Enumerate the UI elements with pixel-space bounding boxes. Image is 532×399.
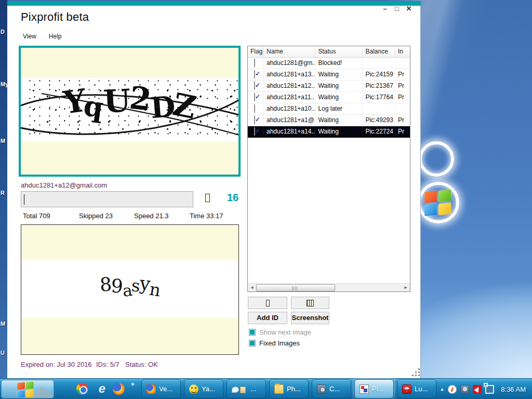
current-account-label: ahduc1281+a12@gmail.com [21,181,107,189]
ids-count-label: IDs: 5/7 [96,361,119,368]
desktop-icon-label[interactable]: M [1,138,7,144]
col-name[interactable]: Name [264,46,315,57]
row-checkbox[interactable] [254,104,255,113]
glyph-box-icon [266,300,270,307]
col-balance[interactable]: Balance [363,46,395,57]
chat-window-icons [232,385,247,393]
text-caret [24,194,24,205]
row-checkbox[interactable] [254,70,255,78]
desktop-icon-label[interactable]: M [1,321,7,327]
table-row[interactable]: ahduc1281+a14... Waiting Pic:22724 Pr [248,126,410,138]
firefox-icon [147,384,156,394]
camera-icon [317,384,326,394]
accounts-table: Flag Name Status Balance In ahduc1281@gm… [247,46,410,292]
taskbar-button-pixprofit[interactable]: Pi... [354,379,394,398]
menubar: View Help [23,33,61,40]
taskbar-button-ya[interactable]: Ya... [184,379,223,398]
taskbar-button-c[interactable]: C... [312,379,351,398]
menu-help[interactable]: Help [49,33,62,40]
system-tray: ▲ 8:36 AM [440,379,532,399]
add-id-button[interactable]: Add ID [248,312,287,324]
table-row[interactable]: ahduc1281@gm... Blocked! [248,58,410,69]
row-checkbox[interactable] [254,82,255,90]
captcha-answer-input[interactable] [21,191,193,207]
desktop-icon-label[interactable]: My [1,81,7,87]
page-title: Pixprofit beta [21,10,89,24]
captcha-text-main: YqU2DZ [20,79,239,122]
col-status[interactable]: Status [315,46,363,57]
row-checkbox[interactable] [254,59,255,67]
row-checkbox[interactable] [254,127,255,136]
table-row[interactable]: ahduc1281+a11... Waiting Pic:17764 Pr [248,92,410,103]
col-extra[interactable]: In [395,46,410,57]
tray-collapse-icon[interactable]: ▲ [440,387,444,392]
expired-on-label: Expired on: Jul 30 2016 [21,361,92,368]
taskbar-button-lu[interactable]: ☂ Lu... [397,379,436,398]
timer-countdown: 16 [219,192,246,204]
app-form-icon [360,384,369,394]
table-header: Flag Name Status Balance In [248,46,410,58]
messenger-smiley-icon [189,384,198,394]
chrome-icon[interactable] [76,383,88,395]
row-checkbox[interactable] [254,93,255,101]
timer-icon [205,194,210,202]
wallpaper-ring-top [419,141,454,177]
glyph-button-1[interactable] [248,297,287,309]
menu-view[interactable]: View [23,33,36,40]
pointer-tray-icon[interactable] [473,385,482,394]
table-row[interactable]: ahduc1281+a10... Log later [248,103,410,115]
stat-total: Total 709 [23,212,50,220]
table-row[interactable]: ahduc1281+a1@... Waiting Pic:49293 Pr [248,115,410,126]
table-row[interactable]: ahduc1281+a12... Waiting Pic:21367 Pr [248,81,410,92]
desktop: D My M R M U – □ ✕ Pixprofit beta View H… [0,0,532,399]
option-show-next-image[interactable]: Show next image [249,328,311,336]
taskbar: e » Ve... Ya... ... Ph... C... P [0,378,532,399]
desktop-icon-label[interactable]: U [1,350,7,356]
scrollbar-thumb[interactable] [256,284,335,291]
captcha-image-next: 89asyn [21,224,239,355]
speech-bubble-icon [232,387,239,393]
desktop-icon-label[interactable]: R [1,190,7,196]
captcha-image-main: YqU2DZ [19,46,241,177]
desktop-icon-label[interactable]: D [1,29,7,35]
taskbar-clock[interactable]: 8:36 AM [501,385,526,393]
internet-explorer-icon[interactable]: e [96,383,108,395]
folder-icon [274,384,284,394]
horizontal-scrollbar[interactable]: ◄ ► [248,283,410,291]
glyph-button-2[interactable] [291,297,329,309]
maximize-button[interactable]: □ [393,5,401,12]
avira-umbrella-icon: ☂ [402,384,411,394]
stat-time: Time 33:17 [190,212,223,220]
start-button[interactable] [1,380,54,398]
row-checkbox[interactable] [254,116,255,124]
windows-logo-icon [17,382,34,398]
stat-speed: Speed 21.3 [134,212,169,220]
gold-doc-icon [240,387,246,393]
option-fixed-images[interactable]: Fixed Images [249,339,300,347]
scroll-left-icon[interactable]: ◄ [248,284,256,292]
glyph-box-icon [307,300,314,307]
titlebar-accent[interactable] [7,1,421,6]
scroll-right-icon[interactable]: ► [402,284,410,292]
taskbar-button-ve[interactable]: Ve... [141,379,181,398]
taskbar-button-chat[interactable]: ... [227,379,266,398]
avatar-tray-icon[interactable] [460,385,469,394]
table-row[interactable]: ahduc1281+a13... Waiting Pic:24159 Pr [248,69,410,81]
minimize-button[interactable]: – [381,5,389,12]
screenshot-button[interactable]: Screenshot [291,312,329,324]
status-ok-label: Status: OK [125,361,158,368]
pixprofit-window: – □ ✕ Pixprofit beta View Help YqU2DZ ah… [7,1,421,378]
firefox-icon[interactable] [113,383,125,395]
captcha-text-next: 89asyn [21,274,238,295]
show-next-image-checkbox[interactable] [249,329,256,336]
fixed-images-checkbox[interactable] [249,340,256,347]
windows-logo-wallpaper [424,190,453,216]
notes-tray-icon[interactable] [448,385,457,394]
network-tray-icon[interactable] [485,385,494,394]
close-button[interactable]: ✕ [405,5,413,12]
quick-launch-overflow-chevron[interactable]: » [131,380,135,388]
taskbar-button-ph[interactable]: Ph... [269,379,309,398]
col-flag[interactable]: Flag [248,46,264,57]
stat-skipped: Skipped 23 [79,212,113,220]
resize-grip[interactable] [411,367,420,376]
